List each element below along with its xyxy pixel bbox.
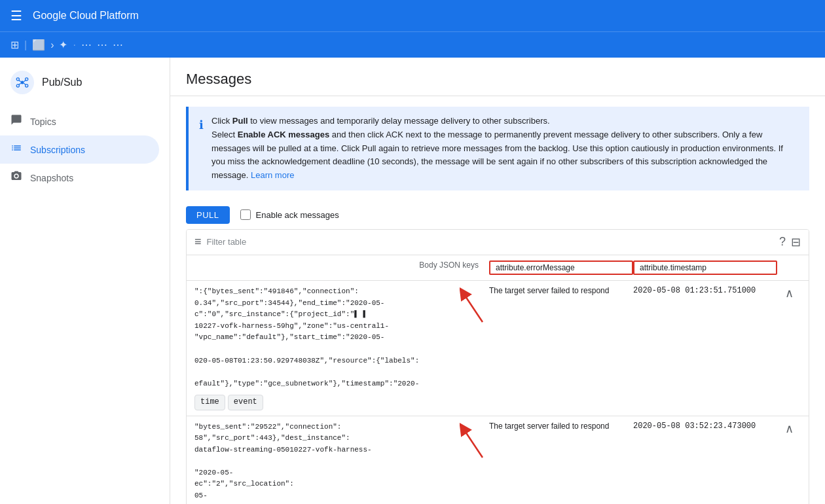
subscriptions-icon [10,142,22,157]
topics-icon [10,114,22,129]
sidebar-item-snapshots[interactable]: Snapshots [0,164,159,192]
sidebar-item-subscriptions-label: Subscriptions [30,145,85,155]
filter-placeholder[interactable]: Filter table [207,237,247,247]
row1-body: ":{"bytes_sent":"491846","connection":0.… [194,286,489,410]
svg-line-8 [24,83,26,85]
sidebar-item-topics-label: Topics [30,117,56,127]
sidebar-app-title: Pub/Sub [42,77,82,88]
table-row-inner-2: "bytes_sent":"29522","connection":58","s… [187,416,809,504]
page-header: Messages [170,58,825,96]
svg-line-6 [24,80,26,82]
info-banner: ℹ Click Pull to view messages and tempor… [186,107,809,190]
info-icon: ℹ [199,116,204,183]
ack-checkbox[interactable] [240,209,251,220]
table-row: "bytes_sent":"29522","connection":58","s… [187,416,809,504]
row2-error-text: The target server failed to respond [489,422,609,431]
table-header: Body JSON keys attribute.errorMessage at… [187,255,809,281]
col-timestamp-header: attribute.timestamp [633,261,777,275]
svg-line-10 [463,428,483,458]
toolbar-icon-dots2[interactable]: ⋯ [97,39,107,51]
toolbar-row: PULL Enable ack messages [170,201,825,229]
tag-time: time [194,395,225,410]
toolbar-icon-dash: | [24,39,27,51]
sidebar-item-subscriptions[interactable]: Subscriptions [0,135,159,164]
row2-expand[interactable]: ∧ [777,422,801,436]
menu-icon[interactable]: ☰ [10,8,22,24]
filter-right: ? ⊟ [779,235,801,249]
filter-row: ≡ Filter table ? ⊟ [187,230,809,255]
ack-label[interactable]: Enable ack messages [240,209,339,220]
filter-icon: ≡ [194,235,202,249]
table-row: ":{"bytes_sent":"491846","connection":0.… [187,281,809,416]
row2-timestamp: 2020-05-08 03:52:23.473000 [633,422,777,431]
tag-event: event [228,395,263,410]
help-icon[interactable]: ? [779,235,786,249]
sidebar: Pub/Sub Topics Subscriptions Snapshots [0,58,170,504]
pull-button[interactable]: PULL [186,206,230,224]
col-action-header [777,261,801,275]
toolbar-icon-grid[interactable]: ⊞ [10,39,19,51]
app-title: Google Cloud Platform [33,10,139,22]
svg-line-5 [19,80,21,82]
row2-error: The target server failed to respond [489,422,633,431]
messages-table: ≡ Filter table ? ⊟ Body JSON keys attrib… [186,229,809,504]
toolbar-icon-hex1[interactable]: ✦ [59,39,67,51]
toolbar-icon-dots3[interactable]: ⋯ [113,39,123,51]
info-text: Click Pull to view messages and temporar… [211,115,799,183]
ack-text: Enable ack messages [256,210,339,220]
columns-icon[interactable]: ⊟ [791,235,801,249]
row2-body-text: "bytes_sent":"29522","connection":58","s… [194,423,419,504]
svg-point-0 [21,81,24,84]
row1-expand[interactable]: ∧ [777,286,801,300]
filter-left: ≡ Filter table [194,235,246,249]
learn-more-link[interactable]: Learn more [251,170,294,180]
toolbar-icon-dots1[interactable]: ⋯ [81,39,92,51]
row2-body: "bytes_sent":"29522","connection":58","s… [194,422,489,504]
icon-toolbar: ⊞ | ⬜ › ✦ · ⋯ ⋯ ⋯ [0,31,825,58]
sidebar-item-snapshots-label: Snapshots [30,173,73,183]
svg-line-9 [463,293,483,322]
col-body-header: Body JSON keys [194,261,489,275]
svg-line-7 [19,83,21,85]
page-title: Messages [186,71,809,88]
col-error-header: attribute.errorMessage [489,261,633,275]
row1-timestamp: 2020-05-08 01:23:51.751000 [633,286,777,295]
pubsub-icon [10,71,34,94]
topbar: ☰ Google Cloud Platform [0,0,825,31]
sidebar-header: Pub/Sub [0,63,170,102]
row1-error-text: The target server failed to respond [489,286,609,295]
main-content: Messages ℹ Click Pull to view messages a… [170,58,825,504]
main-layout: Pub/Sub Topics Subscriptions Snapshots M… [0,58,825,504]
row1-error: The target server failed to respond [489,286,633,295]
toolbar-icon-sep: · [73,39,75,51]
sidebar-item-topics[interactable]: Topics [0,107,159,135]
toolbar-icon-box[interactable]: ⬜ [32,39,45,51]
snapshots-icon [10,170,22,185]
table-row-inner: ":{"bytes_sent":"491846","connection":0.… [187,281,809,416]
toolbar-icon-chevron[interactable]: › [50,39,54,51]
row1-body-text: ":{"bytes_sent":"491846","connection":0.… [194,287,419,387]
